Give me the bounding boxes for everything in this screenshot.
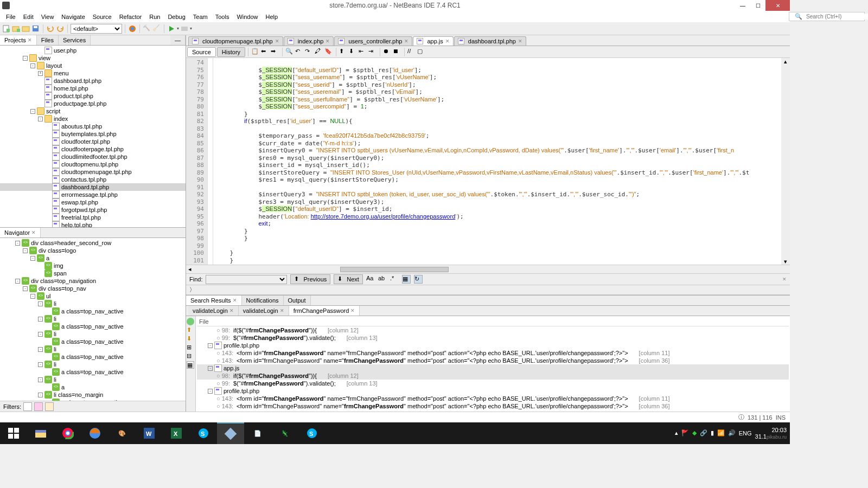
nav-node[interactable]: -li [0,315,186,323]
nav-node[interactable]: +a class=top_nav_active [0,368,186,376]
find-opt2-icon[interactable]: ab [378,275,387,284]
tree-node[interactable]: -script [0,107,186,115]
tree-node[interactable]: +dashboard.tpl.php [0,183,186,191]
prev-match-icon[interactable]: ⬆ [187,326,194,334]
find-opt1-icon[interactable]: Aa [366,275,375,284]
clean-build-icon[interactable]: 🧹 [152,24,161,33]
search-result-row[interactable]: ○ 98:if($("#frmChangePassword")){[column… [197,326,789,334]
find-prev-icon[interactable]: ↶ [295,48,304,56]
flat-icon[interactable]: ▦ [187,361,194,369]
start-button[interactable] [0,422,27,444]
search-subtab[interactable]: validateLogin✕ [188,306,239,316]
uncomment-icon[interactable]: ▢ [417,48,426,56]
panel-tab-services[interactable]: Services [59,35,91,45]
new-project-icon[interactable] [12,24,21,33]
editor-tab[interactable]: users_controller.php✕ [334,36,412,46]
search-results-tree[interactable]: File ○ 98:if($("#frmChangePassword")){[c… [196,316,790,412]
code-editor[interactable]: 74 75 76 77 78 79 80 81 82 83 84 85 86 8… [186,58,790,265]
navigator-tab[interactable]: Navigator ✕ [0,228,41,237]
nav-node[interactable]: -li [0,300,186,307]
notepad-icon[interactable]: 📄 [244,422,271,444]
menu-debug[interactable]: Debug [164,12,189,21]
search-result-row[interactable]: ○ 143:<form id="frmChangePassword" name=… [197,395,789,402]
tray-battery-icon[interactable]: ▮ [711,429,714,436]
tray-flag-icon[interactable]: 🚩 [681,429,689,436]
editor-tab[interactable]: cloudtopmenupage.tpl.php✕ [188,36,283,46]
nav-node[interactable]: -li class=no_margin [0,391,186,399]
toggle-hl-icon[interactable]: 🖍 [315,48,323,56]
menu-source[interactable]: Source [89,12,116,21]
notifications-icon[interactable]: ⓘ [738,413,744,421]
comment-icon[interactable]: // [407,48,416,56]
shift-right-icon[interactable]: ⇥ [368,48,377,56]
tree-node[interactable]: +menu [0,69,186,77]
prev-bm-icon[interactable]: ⬆ [339,48,348,56]
macro-start-icon[interactable]: ⏺ [383,48,392,56]
tree-node[interactable]: +buytemplates.tpl.php [0,130,186,138]
build-icon[interactable]: 🔨 [143,24,151,33]
nav-node[interactable]: +a class=top_nav_active [0,307,186,315]
nav-node[interactable]: -div class=top_nav [0,285,186,292]
toggle-bookmark-icon[interactable]: 🔖 [324,48,333,56]
next-bm-icon[interactable]: ⬇ [349,48,358,56]
next-match-icon[interactable]: ⬇ [187,335,194,343]
firefox-icon[interactable] [81,422,108,444]
skype-icon[interactable]: S [190,422,217,444]
filter-button-1[interactable] [23,402,32,411]
nav-node[interactable]: -div class=top_navigation [0,277,186,285]
menu-window[interactable]: Window [233,12,261,21]
nav-node[interactable]: +a [0,383,186,391]
expand-icon[interactable]: ⊞ [187,344,194,351]
config-combo[interactable]: <default> [71,24,122,34]
netbeans-icon[interactable] [217,422,244,444]
find-next-button[interactable]: ⬇Next [334,274,363,284]
tree-node[interactable]: +contactus.tpl.php [0,176,186,183]
find-next-icon[interactable]: ↷ [305,48,314,56]
refresh-icon[interactable] [187,318,194,325]
find-prev-button[interactable]: ⬆Previous [290,274,330,284]
editor-view-history[interactable]: History [217,47,245,57]
forward-icon[interactable]: ➡ [271,48,279,56]
find-hl-icon[interactable]: ▦ [402,275,411,284]
npp-icon[interactable]: 🦎 [271,422,298,444]
nav-node[interactable]: -li [0,376,186,383]
run-icon[interactable] [167,24,176,33]
breadcrumb-bar[interactable]: 〉 [186,285,790,295]
search-result-row[interactable]: ○ 143:<form id="frmChangePassword" name=… [197,349,789,357]
find-opt3-icon[interactable]: .* [390,275,399,284]
close-button[interactable]: ✕ [765,0,790,11]
tray-up-icon[interactable]: ▴ [675,429,678,436]
tree-node[interactable]: +cloudlimitedfooter.tpl.php [0,153,186,160]
paint-icon[interactable]: 🎨 [108,422,136,444]
menu-file[interactable]: File [2,12,20,21]
tree-node[interactable]: +freetrial.tpl.php [0,214,186,221]
editor-view-source[interactable]: Source [187,47,216,57]
fold-gutter[interactable] [208,58,213,265]
skype2-icon[interactable]: S [298,422,326,444]
find-combo[interactable] [206,275,287,284]
tree-node[interactable]: +productpage.tpl.php [0,100,186,107]
menu-edit[interactable]: Edit [20,12,37,21]
panel-tab-files[interactable]: Files [37,35,59,45]
menu-run[interactable]: Run [145,12,164,21]
nav-node[interactable]: -li [0,345,186,353]
tree-node[interactable]: +cloudfooterpage.tpl.php [0,145,186,153]
nav-node[interactable]: -div class=header_second_row [0,239,186,247]
close-icon[interactable]: ✕ [31,230,36,235]
tree-node[interactable]: -view [0,54,186,62]
search-result-row[interactable]: ○ 143:<form id="frmChangePassword" name=… [197,402,789,410]
chrome-icon[interactable] [54,422,81,444]
search-result-row[interactable]: ○ 98:if($("#frmChangePassword")){[column… [197,372,789,380]
nav-node[interactable]: -ul [0,292,186,300]
tree-node[interactable]: +home.tpl.php [0,85,186,92]
shift-left-icon[interactable]: ⇤ [359,48,367,56]
open-project-icon[interactable] [22,24,30,33]
search-result-row[interactable]: -profile.tpl.php [197,342,789,349]
editor-tab[interactable]: index.php✕ [284,36,334,46]
nav-node[interactable]: -li [0,330,186,338]
tree-node[interactable]: +aboutus.tpl.php [0,123,186,130]
minimize-panel-icon[interactable]: — [170,35,186,45]
find-close-icon[interactable]: ✕ [782,277,787,282]
tree-node[interactable]: +user.php [0,47,186,54]
minimize-button[interactable]: — [735,0,750,11]
